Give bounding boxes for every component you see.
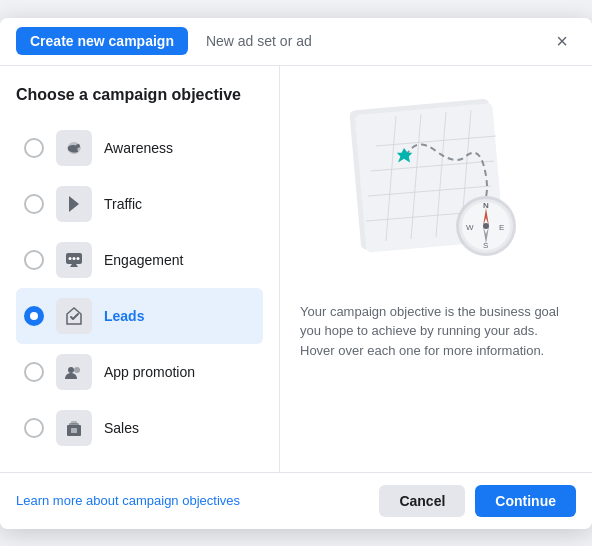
app-promotion-label: App promotion bbox=[104, 364, 195, 380]
left-panel: Choose a campaign objective Awareness bbox=[0, 66, 280, 472]
radio-leads bbox=[24, 306, 44, 326]
radio-app-promotion bbox=[24, 362, 44, 382]
tab-create-campaign[interactable]: Create new campaign bbox=[16, 27, 188, 55]
sales-icon-box bbox=[56, 410, 92, 446]
engagement-label: Engagement bbox=[104, 252, 183, 268]
footer-buttons: Cancel Continue bbox=[379, 485, 576, 517]
svg-rect-10 bbox=[71, 421, 77, 424]
objective-item-app-promotion[interactable]: App promotion bbox=[16, 344, 263, 400]
objective-description: Your campaign objective is the business … bbox=[300, 302, 572, 361]
objective-item-awareness[interactable]: Awareness bbox=[16, 120, 263, 176]
modal-content: Choose a campaign objective Awareness bbox=[0, 66, 592, 472]
modal-footer: Learn more about campaign objectives Can… bbox=[0, 472, 592, 529]
svg-point-0 bbox=[76, 144, 80, 148]
sales-label: Sales bbox=[104, 420, 139, 436]
svg-point-7 bbox=[74, 367, 80, 373]
awareness-label: Awareness bbox=[104, 140, 173, 156]
leads-icon-box bbox=[56, 298, 92, 334]
objective-list: Awareness Traffic bbox=[16, 120, 263, 456]
close-button[interactable]: × bbox=[548, 27, 576, 55]
section-title: Choose a campaign objective bbox=[16, 86, 263, 104]
cancel-button[interactable]: Cancel bbox=[379, 485, 465, 517]
right-panel: N S W E Your campaign objective is the b… bbox=[280, 66, 592, 472]
learn-more-link[interactable]: Learn more about campaign objectives bbox=[16, 493, 240, 508]
objective-item-engagement[interactable]: Engagement bbox=[16, 232, 263, 288]
radio-awareness bbox=[24, 138, 44, 158]
svg-point-6 bbox=[68, 367, 74, 373]
tab-new-ad-set[interactable]: New ad set or ad bbox=[192, 27, 326, 55]
objective-item-sales[interactable]: Sales bbox=[16, 400, 263, 456]
svg-marker-1 bbox=[69, 196, 79, 212]
svg-text:E: E bbox=[499, 223, 504, 232]
modal-body: Choose a campaign objective Awareness bbox=[0, 66, 592, 472]
sales-icon bbox=[64, 418, 84, 438]
awareness-icon bbox=[64, 138, 84, 158]
radio-sales bbox=[24, 418, 44, 438]
map-illustration: N S W E bbox=[326, 86, 546, 281]
objective-item-leads[interactable]: Leads bbox=[16, 288, 263, 344]
traffic-icon-box bbox=[56, 186, 92, 222]
svg-point-5 bbox=[77, 257, 80, 260]
traffic-icon bbox=[65, 194, 83, 214]
create-campaign-modal: Create new campaign New ad set or ad × C… bbox=[0, 18, 592, 529]
radio-traffic bbox=[24, 194, 44, 214]
svg-point-3 bbox=[69, 257, 72, 260]
continue-button[interactable]: Continue bbox=[475, 485, 576, 517]
radio-engagement bbox=[24, 250, 44, 270]
campaign-illustration: N S W E bbox=[326, 86, 546, 286]
traffic-label: Traffic bbox=[104, 196, 142, 212]
objective-item-traffic[interactable]: Traffic bbox=[16, 176, 263, 232]
app-promotion-icon bbox=[64, 362, 84, 382]
leads-icon bbox=[64, 306, 84, 326]
awareness-icon-box bbox=[56, 130, 92, 166]
svg-rect-11 bbox=[71, 428, 77, 433]
leads-label: Leads bbox=[104, 308, 144, 324]
app-promotion-icon-box bbox=[56, 354, 92, 390]
engagement-icon-box bbox=[56, 242, 92, 278]
svg-point-4 bbox=[73, 257, 76, 260]
svg-text:S: S bbox=[483, 241, 488, 250]
svg-point-32 bbox=[483, 223, 489, 229]
modal-header: Create new campaign New ad set or ad × bbox=[0, 18, 592, 66]
svg-text:W: W bbox=[466, 223, 474, 232]
engagement-icon bbox=[64, 250, 84, 270]
